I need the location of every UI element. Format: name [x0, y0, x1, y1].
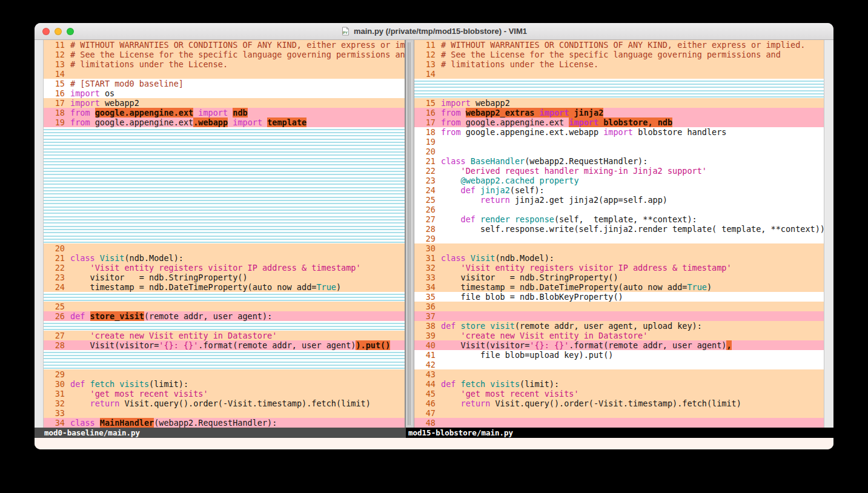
diff-changed-text: jinja2	[569, 108, 603, 117]
zoom-button[interactable]	[67, 28, 74, 35]
code-line[interactable]: 15import webapp2	[414, 98, 824, 108]
code-line[interactable]: 48	[414, 418, 824, 428]
status-bar-right[interactable]: mod15-blobstore/main.py	[406, 428, 833, 438]
line-number: 36	[414, 302, 441, 311]
code-line[interactable]: 23 @webapp2.cached_property	[414, 176, 824, 185]
line-number: 37	[414, 311, 441, 321]
right-scrollbar[interactable]	[824, 40, 833, 428]
code-line[interactable]: 39 'create new Visit entity in Datastore…	[414, 331, 824, 340]
code-line[interactable]: 13# limitations under the License.	[414, 59, 824, 69]
code-line[interactable]: 33	[44, 408, 405, 418]
right-pane[interactable]: 11# WITHOUT WARRANTIES OR CONDITIONS OF …	[414, 40, 824, 428]
code-text	[441, 69, 824, 79]
code-segment	[70, 263, 90, 273]
line-number: 15	[414, 98, 441, 108]
code-line[interactable]: 22 'Visit entity registers visitor IP ad…	[44, 263, 405, 273]
split-divider[interactable]	[405, 40, 414, 428]
code-line[interactable]: 21class BaseHandler(webapp2.RequestHandl…	[414, 156, 824, 166]
command-line[interactable]	[35, 438, 833, 449]
code-segment: class	[441, 156, 466, 166]
code-line[interactable]: 37	[414, 311, 824, 321]
code-line[interactable]: 40 Visit(visitor='{}: {}'.format(remote_…	[414, 340, 824, 350]
code-line[interactable]: 28 self.response.write(self.jinja2.rende…	[414, 224, 824, 234]
code-line[interactable]: 12# See the License for the specific lan…	[414, 50, 824, 59]
diff-changed-text: ).put()	[356, 340, 390, 350]
code-line[interactable]: 45 'get most recent visits'	[414, 389, 824, 399]
line-number: 31	[414, 253, 441, 263]
code-line[interactable]: 26def store_visit(remote_addr, user_agen…	[44, 311, 405, 321]
code-line[interactable]: 34 timestamp = ndb.DateTimeProperty(auto…	[414, 282, 824, 292]
code-line[interactable]: 47	[414, 408, 824, 418]
code-line[interactable]: 25	[44, 302, 405, 311]
code-segment: class	[70, 253, 95, 263]
code-line[interactable]: 41 file_blob=upload_key).put()	[414, 350, 824, 360]
code-line[interactable]: 27 'create new Visit entity in Datastore…	[44, 331, 405, 340]
code-line[interactable]: 20	[414, 147, 824, 156]
code-text: return jinja2.get_jinja2(app=self.app)	[441, 195, 824, 205]
line-number: 29	[44, 369, 70, 379]
code-line[interactable]: 30def fetch_visits(limit):	[44, 379, 405, 389]
code-line[interactable]: 14	[414, 69, 824, 79]
minimize-button[interactable]	[55, 28, 62, 35]
code-line[interactable]: 16from webapp2_extras import jinja2	[414, 108, 824, 117]
code-line[interactable]: 19	[414, 137, 824, 147]
left-scrollbar[interactable]	[35, 40, 44, 428]
code-text: # See the License for the specific langu…	[441, 50, 824, 59]
title-bar[interactable]: PY main.py (/private/tmp/mod15-blobstore…	[35, 23, 833, 40]
code-line[interactable]: 25 return jinja2.get_jinja2(app=self.app…	[414, 195, 824, 205]
code-line[interactable]: 16import os	[44, 88, 405, 98]
code-line[interactable]: 32 'Visit entity registers visitor IP ad…	[414, 263, 824, 273]
code-line[interactable]: 11# WITHOUT WARRANTIES OR CONDITIONS OF …	[414, 40, 824, 50]
code-segment	[441, 176, 461, 185]
code-line[interactable]: 17import webapp2	[44, 98, 405, 108]
code-line[interactable]: 26	[414, 205, 824, 214]
code-line[interactable]: 29	[414, 234, 824, 243]
code-line[interactable]: 31class Visit(ndb.Model):	[414, 253, 824, 263]
code-line[interactable]: 31 'get most recent visits'	[44, 389, 405, 399]
code-line[interactable]: 44def fetch_visits(limit):	[414, 379, 824, 389]
code-line[interactable]: 24 def jinja2(self):	[414, 185, 824, 195]
close-button[interactable]	[42, 28, 50, 35]
left-pane[interactable]: 11# WITHOUT WARRANTIES OR CONDITIONS OF …	[44, 40, 405, 428]
line-number: 14	[414, 69, 441, 79]
code-line[interactable]: 38def store_visit(remote_addr, user_agen…	[414, 321, 824, 331]
code-segment: (remote_addr, user_agent):	[144, 311, 272, 321]
code-line[interactable]: 15# [START mod0_baseline]	[44, 79, 405, 88]
code-line[interactable]: 19from google.appengine.ext.webapp impor…	[44, 117, 405, 127]
code-line[interactable]: 22 'Derived request handler mixing-in Ji…	[414, 166, 824, 176]
code-line[interactable]: 11# WITHOUT WARRANTIES OR CONDITIONS OF …	[44, 40, 405, 50]
code-text: # limitations under the License.	[441, 59, 824, 69]
code-text	[441, 360, 824, 369]
code-segment: '{}: {}'	[159, 340, 198, 350]
code-line[interactable]: 28 Visit(visitor='{}: {}'.format(remote_…	[44, 340, 405, 350]
code-line[interactable]: 18from google.appengine.ext.webapp impor…	[414, 127, 824, 137]
status-bar-left[interactable]: mod0-baseline/main.py	[35, 428, 406, 438]
code-line[interactable]: 43	[414, 369, 824, 379]
code-line[interactable]: 32 return Visit.query().order(-Visit.tim…	[44, 399, 405, 408]
code-line[interactable]: 34class MainHandler(webapp2.RequestHandl…	[44, 418, 405, 428]
code-line[interactable]: 42	[414, 360, 824, 369]
code-text: from webapp2_extras import jinja2	[441, 108, 824, 117]
code-segment	[441, 263, 461, 273]
code-line[interactable]: 27 def render_response(self, _template, …	[414, 214, 824, 224]
code-text: 'create new Visit entity in Datastore'	[441, 331, 824, 340]
code-line[interactable]: 35 file_blob = ndb.BlobKeyProperty()	[414, 292, 824, 302]
code-line[interactable]: 23 visitor = ndb.StringProperty()	[44, 273, 405, 282]
code-text: def fetch_visits(limit):	[70, 379, 405, 389]
code-line[interactable]: 30	[414, 243, 824, 253]
code-line[interactable]: 13# limitations under the License.	[44, 59, 405, 69]
code-line[interactable]: 17from google.appengine.ext import blobs…	[414, 117, 824, 127]
code-line[interactable]: 46 return Visit.query().order(-Visit.tim…	[414, 399, 824, 408]
code-line[interactable]: 18from google.appengine.ext import ndb	[44, 108, 405, 117]
code-segment: (webapp2.RequestHandler):	[525, 156, 648, 166]
code-line[interactable]: 24 timestamp = ndb.DateTimeProperty(auto…	[44, 282, 405, 292]
line-number	[44, 292, 70, 302]
code-line[interactable]: 20	[44, 243, 405, 253]
code-line[interactable]: 14	[44, 69, 405, 79]
code-line[interactable]: 12# See the License for the specific lan…	[44, 50, 405, 59]
code-line[interactable]: 33 visitor = ndb.StringProperty()	[414, 273, 824, 282]
code-line[interactable]: 36	[414, 302, 824, 311]
code-line[interactable]: 29	[44, 369, 405, 379]
code-line[interactable]: 21class Visit(ndb.Model):	[44, 253, 405, 263]
line-number: 20	[414, 147, 441, 156]
